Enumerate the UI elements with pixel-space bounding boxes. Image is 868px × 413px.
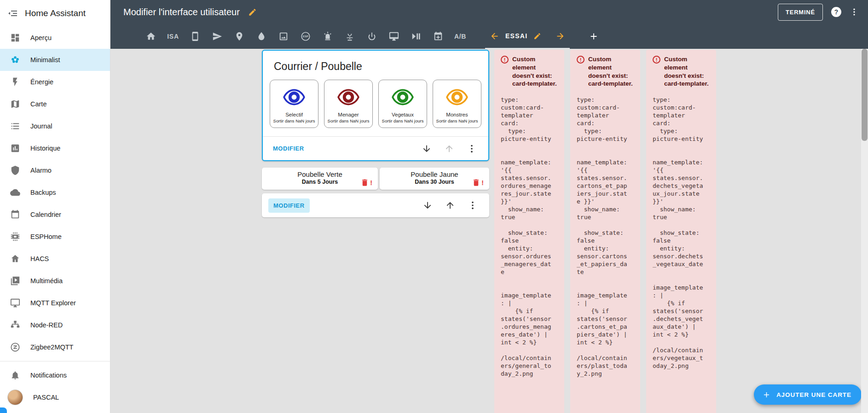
eye-icon	[283, 86, 306, 109]
trash-type-card-monstres[interactable]: Monstres Sortir dans NaN jours	[433, 80, 481, 128]
view-dashboard-icon	[10, 33, 20, 43]
sidebar-item-mqtt-explorer[interactable]: MQTT Explorer	[0, 292, 110, 314]
tab-cellphone[interactable]	[184, 24, 206, 49]
tab-water[interactable]	[250, 24, 272, 49]
tab-power[interactable]	[361, 24, 383, 49]
alert-exclamation: !	[370, 179, 372, 186]
sidebar-item-energie[interactable]: Énergie	[0, 71, 110, 93]
sidebar-item-notifications[interactable]: Notifications	[0, 364, 110, 386]
sidebar-item-calendrier[interactable]: Calendrier	[0, 204, 110, 226]
poubelle-jaune-card[interactable]: Poubelle Jaune Dans 30 Jours !	[380, 168, 489, 190]
poubelle-verte-card[interactable]: Poubelle Verte Dans 5 Jours !	[262, 168, 378, 190]
tab-home[interactable]	[140, 24, 162, 49]
page-title: Modifier l'interface utilisateur	[123, 7, 240, 17]
power-icon	[367, 31, 377, 41]
error-card: ! Custom element doesn't exist: card-tem…	[646, 50, 716, 413]
sidebar-item-hacs[interactable]: HACS	[0, 248, 110, 270]
tab-ab[interactable]: A/B	[449, 24, 471, 49]
app-header: Modifier l'interface utilisateur TERMINÉ…	[110, 0, 868, 49]
error-title: Custom element doesn't exist: card-templ…	[664, 55, 710, 88]
move-card-up-icon[interactable]	[445, 200, 455, 210]
chip-icon	[10, 232, 20, 242]
card-options-icon[interactable]	[467, 144, 477, 154]
tab-desktop[interactable]	[383, 24, 405, 49]
sidebar-item-zigbee2mqtt[interactable]: Zigbee2MQTT	[0, 336, 110, 358]
trash-icon	[360, 178, 369, 187]
tab-calendar-plus[interactable]	[427, 24, 449, 49]
sidebar-item-node-red[interactable]: Node-RED	[0, 314, 110, 336]
trash-alert: !	[472, 178, 484, 187]
sitemap-icon	[10, 320, 20, 330]
sidebar-item-carte[interactable]: Carte	[0, 93, 110, 115]
add-card-fab[interactable]: AJOUTER UNE CARTE	[754, 384, 862, 405]
sidebar-item-profile[interactable]: PASCAL	[0, 386, 110, 408]
trash-alert: !	[360, 178, 372, 187]
card-title: Courrier / Poubelle	[263, 51, 488, 80]
sidebar-item-journal[interactable]: Journal	[0, 115, 110, 137]
active-view-label[interactable]: ESSAI	[505, 32, 527, 40]
plus-icon	[589, 31, 599, 41]
error-title: Custom element doesn't exist: card-templ…	[512, 55, 558, 88]
help-icon[interactable]: ?	[831, 7, 841, 17]
sidebar-item-minimalist[interactable]: Minimalist	[0, 49, 110, 71]
trash-icon	[472, 178, 480, 187]
sidebar-divider	[0, 361, 110, 361]
entity-name: Poubelle Verte	[262, 170, 378, 178]
sidebar-item-esphome[interactable]: ESPHome	[0, 226, 110, 248]
send-icon	[212, 31, 222, 41]
move-view-right-icon[interactable]	[556, 31, 565, 41]
user-avatar	[7, 390, 23, 405]
done-button[interactable]: TERMINÉ	[778, 4, 823, 21]
alert-exclamation: !	[481, 179, 484, 186]
sidebar-item-historique[interactable]: Historique	[0, 137, 110, 159]
move-card-down-icon[interactable]	[422, 200, 433, 210]
fab-label: AJOUTER UNE CARTE	[776, 391, 851, 398]
menu-toggle-icon[interactable]	[7, 8, 18, 19]
move-card-up-icon[interactable]	[444, 144, 454, 154]
tab-image[interactable]	[272, 24, 295, 49]
trash-type-card-menager[interactable]: Menager Sortir dans NaN jours	[324, 80, 373, 128]
sidebar-item-multimedia[interactable]: Multimédia	[0, 270, 110, 292]
shield-icon	[10, 165, 20, 175]
tab-map-marker[interactable]	[228, 24, 250, 49]
edit-title-pencil-icon[interactable]	[248, 8, 257, 17]
map-icon	[10, 99, 20, 109]
tab-play-pause[interactable]	[405, 24, 427, 49]
modify-card-button[interactable]: MODIFIER	[273, 145, 304, 152]
modify-card-button[interactable]: MODIFIER	[268, 198, 310, 213]
trash-type-card-vegetaux[interactable]: Vegetaux Sortir dans NaN jours	[378, 80, 427, 128]
sidebar-item-apercu[interactable]: Aperçu	[0, 27, 110, 49]
home-icon	[10, 254, 20, 264]
trash-type-name: Vegetaux	[392, 112, 414, 117]
sidebar-item-backups[interactable]: Backups	[0, 181, 110, 204]
add-view-button[interactable]	[583, 24, 605, 49]
trash-type-card-selectif[interactable]: Selectif Sortir dans NaN jours	[270, 80, 318, 128]
tab-isa[interactable]: ISA	[162, 24, 184, 49]
card-options-icon[interactable]	[468, 200, 478, 210]
move-view-left-icon[interactable]	[490, 31, 499, 41]
tab-fountain[interactable]	[339, 24, 361, 49]
move-card-down-icon[interactable]	[422, 144, 432, 154]
zigbee-icon	[10, 342, 20, 352]
edit-title-row: Modifier l'interface utilisateur TERMINÉ…	[110, 0, 868, 24]
trash-type-subtitle: Sortir dans NaN jours	[382, 118, 424, 123]
trash-type-subtitle: Sortir dans NaN jours	[328, 118, 370, 123]
tab-send[interactable]	[206, 24, 228, 49]
eye-icon	[337, 86, 360, 109]
scrollbar-thumb[interactable]	[862, 49, 868, 141]
play-box-icon	[10, 276, 20, 286]
water-drop-icon	[256, 31, 266, 41]
trash-type-name: Menager	[338, 112, 359, 117]
selected-card-courrier-poubelle[interactable]: Courrier / Poubelle Selectif Sortir dans…	[262, 50, 489, 161]
eye-icon	[391, 86, 414, 109]
overflow-menu-icon[interactable]	[850, 7, 859, 17]
app-title: Home Assistant	[25, 8, 86, 18]
tab-siren[interactable]	[317, 24, 339, 49]
edit-view-pencil-icon[interactable]	[533, 32, 541, 40]
tab-esp[interactable]: ESP	[295, 24, 317, 49]
trash-type-name: Selectif	[285, 112, 303, 117]
bell-icon	[10, 370, 20, 380]
sidebar-header: Home Assistant	[0, 0, 110, 27]
sidebar: Home Assistant Aperçu Minimalist Énergie…	[0, 0, 110, 413]
sidebar-item-alarmo[interactable]: Alarmo	[0, 159, 110, 181]
